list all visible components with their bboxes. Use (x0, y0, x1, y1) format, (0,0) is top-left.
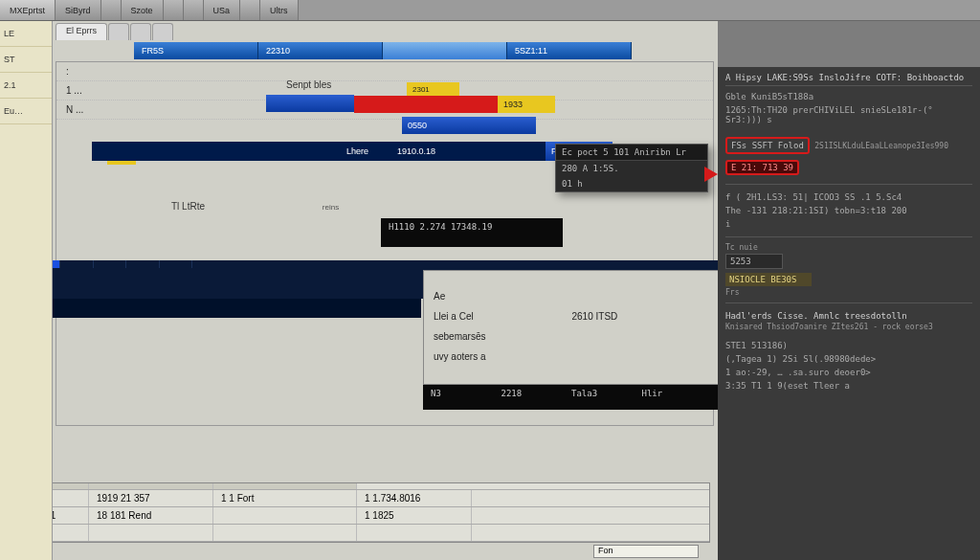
th-2[interactable] (213, 483, 357, 489)
right-line-1: 1265:Th:TH20 prerCHIViLEL snieSLe181r-(°… (725, 103, 972, 126)
mid-item-1: Llei a Cel 2610 ITSD (434, 311, 709, 322)
right-sec2-title: Hadl'erds Cisse. Amnlc treesdotolln (725, 309, 972, 323)
right-field-input[interactable]: 5253 (725, 254, 783, 269)
popup-row-1[interactable]: 01 h (556, 176, 707, 191)
blue-tab-0[interactable]: FR5S (134, 42, 258, 59)
table-row-2[interactable]: w+iYSS (3, 525, 709, 542)
table-row-0[interactable]: Fincedc0 1919 21 357 1 1 Fort 1 1.734.80… (3, 490, 709, 507)
left-sidebar: LE ST 2.1 Eu… (0, 21, 53, 560)
right-b1-0: f ( 2H1.LS3: 51| ICOO3 SS .1 5.Sc4 (725, 190, 972, 204)
blue-tab-bar: FR5S 22310 5SZ1:11 (134, 42, 632, 59)
tab-1[interactable]: SiByrd (56, 0, 101, 20)
sub-tab-bar: El Eprrs (56, 23, 714, 40)
table-row-1[interactable]: 20 141311 18 181 Rend 1 1825 (3, 507, 709, 525)
right-b2-3: 3:35 T1 1 9(eset Tleer a (725, 379, 972, 392)
highlight-1-right: 2S1ISLKLduLEaaLLeanope3Ies990 (814, 142, 948, 150)
seg-5[interactable] (165, 260, 192, 268)
popup-header: Ec poct 5 101 Aniribn Lr (556, 145, 707, 161)
tab-5[interactable] (184, 0, 204, 20)
section-label: Senpt bles (286, 79, 331, 90)
right-b2-2: 1 ao:-29, … .sa.suro deoer0> (725, 366, 972, 379)
left-item-3[interactable]: Eu… (0, 99, 52, 124)
right-b2-0: STE1 513186) (725, 339, 972, 352)
right-inspector: A Hipsy LAKE:S9Ss InsloJifre COTF: Boihb… (718, 67, 980, 560)
right-field-row: Tc nuie (725, 243, 972, 252)
right-b1-2: i (725, 217, 972, 231)
left-item-1[interactable]: ST (0, 47, 52, 73)
right-b1-1: The -131 218:21:1SI) tobn=3:t18 200 (725, 204, 972, 217)
right-line-0: Gble KuniB5sT188a (725, 90, 972, 103)
right-field-2[interactable]: NSIOCLE BE30S (725, 273, 812, 286)
mid-item-0 (434, 277, 709, 287)
highlight-1[interactable]: FSs SSFT Folod (725, 137, 810, 154)
mid-item-a: Ae (434, 291, 709, 302)
tab-2[interactable] (101, 0, 122, 20)
left-item-0[interactable]: LE (0, 21, 52, 47)
bottom-table: Fincedc0 1919 21 357 1 1 Fort 1 1.734.80… (2, 482, 710, 543)
seg-2[interactable] (66, 260, 94, 268)
right-field-label: Tc nuie (725, 243, 758, 252)
black-footer: N3 2218 Tala3 Hlir (423, 385, 720, 410)
seg-3[interactable] (99, 260, 126, 268)
mid-item-2: sebemarsēs (434, 331, 709, 342)
blue-tab-2[interactable] (383, 42, 507, 59)
th-1[interactable] (89, 483, 213, 489)
black-code-panel: H1110 2.274 17348.19 (381, 218, 563, 247)
table-header-row (3, 483, 709, 490)
popup-panel: Ec poct 5 101 Aniribn Lr 280 A 1:5S. 01 … (555, 144, 708, 192)
mid-item-3: uvy aoters a (434, 351, 709, 362)
highlight-region: FSs SSFT Folod 2S1ISLKLduLEaaLLeanope3Ie… (725, 134, 972, 178)
bottom-input[interactable]: Fon (593, 545, 699, 558)
mid-light-panel: Ae Llei a Cel 2610 ITSD sebemarsēs uvy a… (423, 270, 720, 385)
bar-blue-1 (266, 95, 354, 112)
tab-7[interactable] (240, 0, 260, 20)
top-tab-bar: MXEprtst SiByrd Szote USa Ultrs (0, 0, 980, 21)
highlight-2[interactable]: E 21: 713 39 (725, 160, 799, 175)
tab-0[interactable]: MXEprtst (0, 0, 56, 20)
tab-8[interactable]: Ultrs (260, 0, 299, 20)
tab-4[interactable] (164, 0, 184, 20)
sub-tab-2[interactable] (130, 23, 151, 40)
arrow-right-icon (704, 167, 718, 182)
popup-row-0[interactable]: 280 A 1:5S. (556, 161, 707, 176)
right-title: A Hipsy LAKE:S9Ss InsloJifre COTF: Boihb… (725, 73, 972, 86)
blue-tab-3[interactable]: 5SZ1:11 (507, 42, 632, 59)
right-field-2-sub: Frs (725, 288, 972, 297)
right-b2-1: (,Tagea 1) 2Si Sl(.98980dede> (725, 352, 972, 366)
bar-yellow-2: 2301 (407, 82, 459, 96)
content-row-0: : (56, 62, 713, 81)
sub-tab-0[interactable]: El Eprrs (56, 23, 107, 40)
bar-red (354, 96, 498, 113)
bar-blue-2: 0550 (402, 117, 536, 134)
left-item-2[interactable]: 2.1 (0, 73, 52, 99)
dark-strip-2 (0, 299, 421, 318)
seg-4[interactable] (132, 260, 160, 268)
row-label: Tl LtRte reins (171, 201, 339, 212)
bar-navy: Lhere 1910.0.18 (92, 142, 549, 161)
blue-tab-1[interactable]: 22310 (258, 42, 383, 59)
tab-6[interactable]: USa (204, 0, 241, 20)
bar-yellow-1: 1933 (498, 96, 555, 113)
tab-3[interactable]: Szote (122, 0, 164, 20)
right-sec2-sub: Knisared Thsiod7oanire ZItes261 - rock e… (725, 323, 972, 331)
sub-tab-1[interactable] (108, 23, 129, 40)
sub-tab-3[interactable] (152, 23, 173, 40)
